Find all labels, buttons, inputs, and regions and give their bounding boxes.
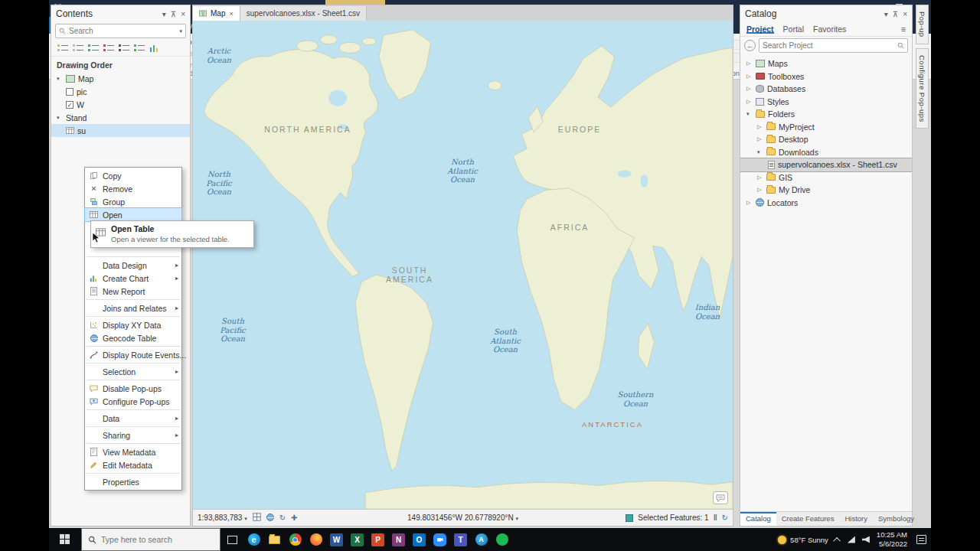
tree-item-folders[interactable]: ▾Folders: [740, 108, 912, 121]
list-by-selection-icon[interactable]: [87, 42, 100, 54]
selected-features-count[interactable]: Selected Features: 1: [638, 514, 708, 522]
feedback-bubble-icon[interactable]: [713, 491, 728, 504]
menu-item-properties[interactable]: Properties: [85, 475, 181, 488]
menu-item-open[interactable]: Open: [85, 208, 181, 221]
tree-item-maps[interactable]: ▷Maps: [740, 57, 912, 70]
tree-item-locators[interactable]: ▷Locators: [740, 197, 912, 210]
bottom-tab-history[interactable]: History: [839, 512, 873, 526]
taskbar-app-excel[interactable]: X: [347, 528, 368, 551]
close-tab-icon[interactable]: ×: [229, 10, 233, 18]
pane-menu-icon[interactable]: ▾: [884, 10, 888, 18]
taskbar-app-file-explorer[interactable]: [264, 528, 285, 551]
view-tab-table[interactable]: supervolcanoes.xlsx - Sheet1.csv: [240, 6, 367, 21]
layer-checkbox-checked[interactable]: ✓: [66, 101, 74, 109]
menu-item-group[interactable]: Group: [85, 195, 181, 208]
side-tab-popup[interactable]: Pop-up: [916, 5, 929, 44]
tree-item-styles[interactable]: ▷Styles: [740, 96, 912, 109]
layer-row-1[interactable]: pic: [51, 85, 190, 98]
view-tab-map[interactable]: Map ×: [193, 6, 240, 21]
list-by-source-icon[interactable]: [71, 42, 84, 54]
contents-search[interactable]: ▾: [55, 24, 186, 38]
previous-extent-icon[interactable]: ↻: [279, 514, 286, 522]
taskbar-app-spotify[interactable]: [492, 528, 512, 551]
volume-icon[interactable]: [862, 536, 870, 543]
menu-item-edit-metadata[interactable]: Edit Metadata: [85, 458, 181, 471]
catalog-search[interactable]: [759, 38, 908, 53]
pause-drawing-icon[interactable]: ‖: [714, 514, 717, 522]
start-button[interactable]: [49, 528, 81, 551]
catalog-tab-project[interactable]: Project: [746, 24, 774, 34]
refresh-view-icon[interactable]: ↻: [722, 514, 728, 522]
taskbar-app-firefox[interactable]: [305, 528, 326, 551]
globe-mode-icon[interactable]: [266, 514, 274, 523]
taskbar-search-input[interactable]: [101, 535, 214, 544]
menu-item-display-xy[interactable]: Display XY Data: [85, 318, 181, 331]
catalog-tab-portal[interactable]: Portal: [783, 24, 804, 34]
pane-close-icon[interactable]: ×: [181, 10, 185, 18]
menu-item-disable-popups[interactable]: Disable Pop-ups: [85, 382, 181, 395]
taskbar-search[interactable]: [81, 528, 220, 551]
task-view-button[interactable]: [220, 528, 243, 551]
layer-row-map[interactable]: ▾ Map: [51, 72, 190, 85]
menu-item-selection[interactable]: Selection▸: [85, 365, 181, 378]
layer-checkbox[interactable]: [66, 88, 74, 96]
pane-pin-icon[interactable]: ⊼: [893, 10, 898, 18]
menu-item-geocode[interactable]: Geocode Table: [85, 331, 181, 344]
menu-item-configure-popups[interactable]: Configure Pop-ups: [85, 395, 181, 408]
menu-item-route-events[interactable]: Display Route Events...: [85, 348, 181, 361]
standalone-tables-row[interactable]: ▾ Stand: [51, 111, 190, 124]
pane-close-icon[interactable]: ×: [903, 10, 907, 18]
side-tab-configure-popups[interactable]: Configure Pop-ups: [916, 48, 929, 129]
taskbar-app-outlook[interactable]: O: [409, 528, 430, 551]
list-by-charts-icon[interactable]: [148, 42, 161, 54]
taskbar-app-teams[interactable]: T: [450, 528, 471, 551]
menu-item-view-metadata[interactable]: View Metadata: [85, 445, 181, 458]
map-canvas[interactable]: Arctic Ocean NORTH AMERICA North Pacific…: [193, 21, 733, 509]
tree-item-gis[interactable]: ▷GIS: [740, 171, 912, 184]
map-scale-dropdown[interactable]: 1:93,883,783 ▾: [198, 514, 247, 522]
contents-search-input[interactable]: [69, 27, 176, 35]
list-by-snapping-icon[interactable]: [117, 42, 130, 54]
menu-item-copy[interactable]: Copy: [85, 169, 181, 182]
action-center-icon[interactable]: [916, 535, 926, 544]
tree-item-supervolcanoes-csv[interactable]: supervolcanoes.xlsx - Sheet1.csv: [740, 158, 912, 171]
tree-item-databases[interactable]: ▷Databases: [740, 83, 912, 96]
bottom-tab-create-features[interactable]: Create Features: [776, 512, 840, 526]
list-by-drawing-order-icon[interactable]: [56, 42, 69, 54]
network-icon[interactable]: [848, 536, 855, 543]
weather-widget[interactable]: 58°F Sunny: [778, 536, 828, 544]
menu-item-sharing[interactable]: Sharing▸: [85, 429, 181, 442]
taskbar-app-word[interactable]: W: [326, 528, 347, 551]
tree-item-myproject[interactable]: ▷MyProject: [740, 121, 912, 134]
menu-item-create-chart[interactable]: Create Chart▸: [85, 272, 181, 285]
tree-item-downloads[interactable]: ▾Downloads: [740, 146, 912, 159]
snap-toggle-icon[interactable]: [253, 513, 261, 523]
tree-item-toolboxes[interactable]: ▷Toolboxes: [740, 70, 912, 83]
bottom-tab-symbology[interactable]: Symbology: [873, 512, 920, 526]
taskbar-clock[interactable]: 10:25 AM 5/6/2022: [877, 530, 907, 549]
tree-item-my-drive[interactable]: ▷My Drive: [740, 184, 912, 197]
catalog-search-input[interactable]: [763, 41, 894, 50]
bottom-tab-catalog[interactable]: Catalog: [740, 512, 776, 526]
taskbar-app-chrome[interactable]: [285, 528, 305, 551]
layer-row-2[interactable]: ✓ W: [51, 98, 190, 111]
pane-menu-icon[interactable]: ▾: [162, 10, 166, 18]
taskbar-app-edge[interactable]: e: [243, 528, 264, 551]
menu-item-data-design[interactable]: Data Design▸: [85, 259, 181, 272]
add-bookmark-icon[interactable]: ✚: [291, 514, 297, 522]
catalog-tab-favorites[interactable]: Favorites: [813, 24, 846, 34]
menu-item-new-report[interactable]: New Report: [85, 285, 181, 298]
show-hidden-icons-chevron[interactable]: [833, 536, 841, 544]
catalog-menu-icon[interactable]: ≡: [901, 24, 906, 34]
taskbar-app-powerpoint[interactable]: P: [368, 528, 388, 551]
menu-item-data[interactable]: Data▸: [85, 412, 181, 425]
taskbar-app-zoom[interactable]: [430, 528, 450, 551]
list-by-labeling-icon[interactable]: [132, 42, 145, 54]
taskbar-app-onenote[interactable]: N: [388, 528, 409, 551]
back-icon[interactable]: ←: [744, 40, 756, 51]
pane-pin-icon[interactable]: ⊼: [171, 10, 176, 18]
taskbar-app-arcgis-pro[interactable]: A: [471, 528, 492, 551]
list-by-editing-icon[interactable]: [102, 42, 115, 54]
menu-item-joins-relates[interactable]: Joins and Relates▸: [85, 302, 181, 315]
menu-item-remove[interactable]: ×Remove: [85, 182, 181, 195]
